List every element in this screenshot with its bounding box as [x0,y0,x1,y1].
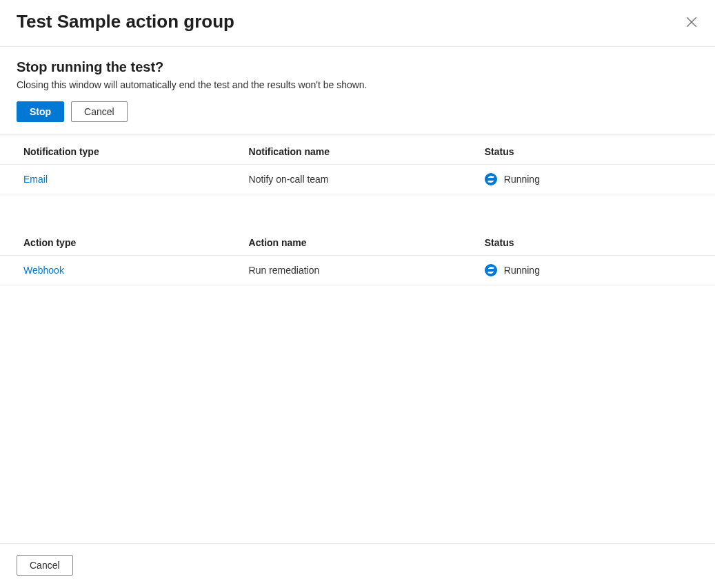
cancel-confirm-button[interactable]: Cancel [71,101,128,122]
actions-table: Action type Action name Status Webhook R… [0,230,715,285]
status-text: Running [504,265,540,276]
table-header-row: Action type Action name Status [0,230,715,256]
col-header-action-name: Action name [243,230,479,256]
svg-point-2 [485,173,497,185]
table-header-row: Notification type Notification name Stat… [0,139,715,165]
action-name-cell: Run remediation [243,256,479,285]
confirm-title: Stop running the test? [17,59,698,75]
confirm-button-row: Stop Cancel [17,101,698,122]
close-button[interactable] [685,15,698,29]
notifications-table: Notification type Notification name Stat… [0,139,715,194]
running-icon [485,264,497,276]
notification-name-cell: Notify on-call team [243,165,479,194]
status-cell: Running [485,173,709,185]
running-icon [485,173,497,185]
table-row: Email Notify on-call team Running [0,165,715,194]
cancel-button[interactable]: Cancel [17,555,73,576]
content-area: Notification type Notification name Stat… [0,135,715,588]
table-row: Webhook Run remediation Running [0,256,715,285]
notification-type-link[interactable]: Email [23,174,48,185]
col-header-notification-type: Notification type [0,139,243,165]
stop-button[interactable]: Stop [17,101,64,122]
confirm-description: Closing this window will automatically e… [17,79,698,90]
page-title: Test Sample action group [17,11,234,32]
col-header-action-type: Action type [0,230,243,256]
panel-footer: Cancel [0,543,715,588]
action-type-link[interactable]: Webhook [23,265,64,276]
table-gap [0,194,715,226]
col-header-status: Status [479,230,715,256]
panel-header: Test Sample action group [0,0,715,47]
status-text: Running [504,174,540,185]
confirm-stop-section: Stop running the test? Closing this wind… [0,47,715,135]
close-icon [685,16,698,28]
svg-point-3 [485,264,497,276]
col-header-notification-name: Notification name [243,139,479,165]
status-cell: Running [485,264,709,276]
col-header-status: Status [479,139,715,165]
